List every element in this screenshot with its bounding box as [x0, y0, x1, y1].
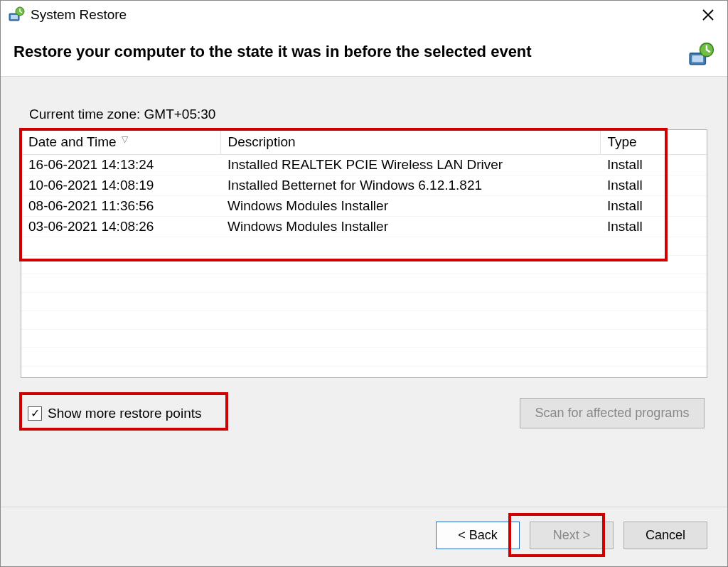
table-row[interactable]: 16-06-2021 14:13:24Installed REALTEK PCI… — [21, 155, 707, 176]
checkbox-label: Show more restore points — [48, 406, 202, 421]
table-row-empty — [21, 274, 707, 293]
table-row[interactable]: 08-06-2021 11:36:56Windows Modules Insta… — [21, 196, 707, 217]
cancel-button-label: Cancel — [646, 528, 685, 542]
cell-date: 10-06-2021 14:08:19 — [21, 176, 220, 196]
table-row-empty — [21, 293, 707, 311]
restore-points-table[interactable]: Date and Time ▽ Description Type 16-06-2… — [21, 130, 707, 367]
column-header-description[interactable]: Description — [220, 130, 600, 155]
system-restore-icon — [687, 42, 714, 69]
options-row: ✓ Show more restore points Scan for affe… — [21, 398, 707, 428]
cell-desc: Windows Modules Installer — [220, 196, 600, 217]
cell-desc: Installed REALTEK PCIE Wireless LAN Driv… — [220, 155, 600, 176]
table-row[interactable]: 10-06-2021 14:08:19Installed Betternet f… — [21, 176, 707, 196]
timezone-label: Current time zone: GMT+05:30 — [29, 107, 707, 122]
column-header-type[interactable]: Type — [600, 130, 707, 155]
cell-desc: Installed Betternet for Windows 6.12.1.8… — [220, 176, 600, 196]
svg-rect-4 — [692, 55, 703, 63]
cell-desc: Windows Modules Installer — [220, 217, 600, 237]
table-row-empty — [21, 256, 707, 274]
cell-type: Install — [600, 176, 707, 196]
column-header-date-label: Date and Time — [28, 134, 117, 149]
titlebar: System Restore — [1, 1, 727, 29]
cell-date: 16-06-2021 14:13:24 — [21, 155, 220, 176]
sort-descending-icon: ▽ — [122, 134, 128, 144]
table-row-empty — [21, 311, 707, 330]
column-header-type-label: Type — [608, 134, 637, 149]
next-button[interactable]: Next > — [530, 522, 614, 549]
show-more-restore-points-checkbox[interactable]: ✓ Show more restore points — [23, 403, 206, 424]
back-button[interactable]: < Back — [436, 522, 520, 549]
close-button[interactable] — [692, 4, 724, 26]
cell-type: Install — [600, 155, 707, 176]
next-button-label: Next > — [553, 528, 591, 542]
system-restore-window: System Restore Restore your computer to … — [0, 0, 728, 567]
header: Restore your computer to the state it wa… — [1, 29, 727, 76]
cancel-button[interactable]: Cancel — [623, 522, 707, 549]
checkbox-icon: ✓ — [28, 406, 42, 421]
wizard-footer: < Back Next > Cancel — [1, 507, 727, 566]
column-header-date[interactable]: Date and Time ▽ — [21, 130, 220, 155]
cell-date: 03-06-2021 14:08:26 — [21, 217, 220, 237]
scan-button-label: Scan for affected programs — [535, 406, 690, 420]
column-header-description-label: Description — [228, 134, 296, 149]
window-title: System Restore — [31, 7, 692, 23]
system-restore-icon — [8, 6, 25, 23]
restore-points-table-container: Date and Time ▽ Description Type 16-06-2… — [21, 129, 707, 378]
cell-type: Install — [600, 217, 707, 237]
back-button-label: < Back — [458, 528, 498, 542]
cell-date: 08-06-2021 11:36:56 — [21, 196, 220, 217]
table-row-empty — [21, 348, 707, 367]
table-row[interactable]: 03-06-2021 14:08:26Windows Modules Insta… — [21, 217, 707, 237]
cell-type: Install — [600, 196, 707, 217]
scan-affected-programs-button[interactable]: Scan for affected programs — [520, 398, 705, 428]
svg-rect-1 — [11, 15, 18, 19]
table-row-empty — [21, 330, 707, 348]
content-area: Current time zone: GMT+05:30 Date and Ti… — [1, 76, 727, 507]
page-heading: Restore your computer to the state it wa… — [14, 42, 687, 63]
table-row-empty — [21, 237, 707, 256]
